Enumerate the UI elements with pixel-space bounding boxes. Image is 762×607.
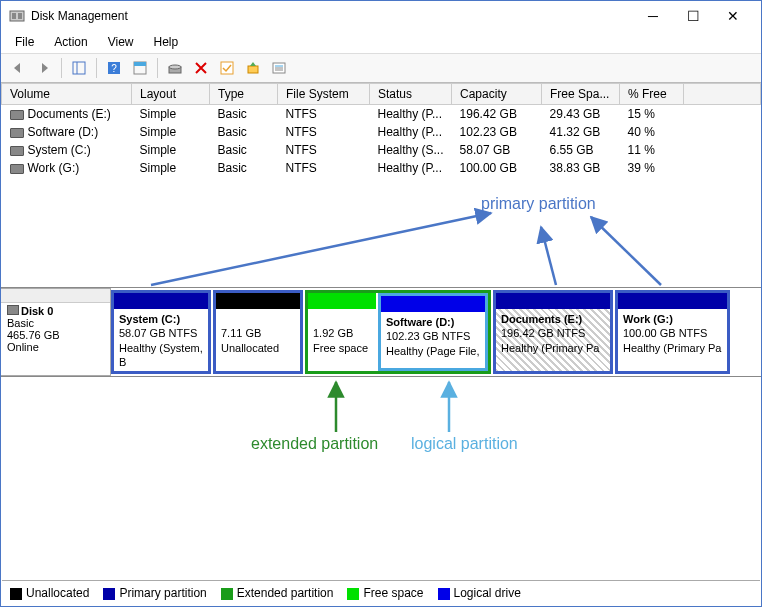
partition-free[interactable]: 1.92 GBFree space [308,293,376,371]
menu-action[interactable]: Action [44,33,97,51]
menu-help[interactable]: Help [144,33,189,51]
col-volume[interactable]: Volume [2,84,132,105]
maximize-button[interactable]: ☐ [673,2,713,30]
disk-status: Online [7,341,104,353]
forward-button[interactable] [33,57,55,79]
svg-text:?: ? [111,63,117,74]
disk-map: Disk 0 Basic 465.76 GB Online System (C:… [1,287,761,377]
titlebar: Disk Management ─ ☐ ✕ [1,1,761,31]
up-icon[interactable] [242,57,264,79]
show-hide-tree-icon[interactable] [68,57,90,79]
extended-partition-container: 1.92 GBFree space Software (D:)102.23 GB… [305,290,491,374]
menubar: File Action View Help [1,31,761,53]
window-title: Disk Management [31,9,633,23]
partition-unallocated[interactable]: 7.11 GBUnallocated [213,290,303,374]
annotation-area: primary partition [1,177,761,287]
svg-rect-11 [221,62,233,74]
properties-icon[interactable] [268,57,290,79]
svg-rect-3 [73,62,85,74]
col-capacity[interactable]: Capacity [452,84,542,105]
legend-extended: Extended partition [221,586,334,600]
table-row[interactable]: Documents (E:)SimpleBasicNTFSHealthy (P.… [2,105,761,124]
partition-software[interactable]: Software (D:)102.23 GB NTFSHealthy (Page… [378,293,488,371]
table-row[interactable]: Work (G:)SimpleBasicNTFSHealthy (P...100… [2,159,761,177]
legend-logical: Logical drive [438,586,521,600]
app-icon [9,8,25,24]
svg-rect-12 [248,66,258,73]
settings-top-icon[interactable] [129,57,151,79]
disk-icon[interactable] [164,57,186,79]
col-status[interactable]: Status [370,84,452,105]
disk-info[interactable]: Disk 0 Basic 465.76 GB Online [1,288,111,376]
table-row[interactable]: System (C:)SimpleBasicNTFSHealthy (S...5… [2,141,761,159]
close-button[interactable]: ✕ [713,2,753,30]
lower-annotation-area: extended partition logical partition [1,377,761,477]
volume-table[interactable]: Volume Layout Type File System Status Ca… [1,83,761,177]
svg-rect-2 [18,13,22,19]
partition-documents[interactable]: Documents (E:)196.42 GB NTFSHealthy (Pri… [493,290,613,374]
svg-point-10 [169,65,181,69]
partition-work[interactable]: Work (G:)100.00 GB NTFSHealthy (Primary … [615,290,730,374]
legend-unallocated: Unallocated [10,586,89,600]
svg-rect-1 [12,13,16,19]
col-fs[interactable]: File System [278,84,370,105]
disk-type: Basic [7,317,104,329]
disk-size: 465.76 GB [7,329,104,341]
separator [61,58,62,78]
disk-label: Disk 0 [7,305,104,317]
col-layout[interactable]: Layout [132,84,210,105]
col-type[interactable]: Type [210,84,278,105]
menu-file[interactable]: File [5,33,44,51]
legend-free: Free space [347,586,423,600]
col-empty [684,84,761,105]
table-row[interactable]: Software (D:)SimpleBasicNTFSHealthy (P..… [2,123,761,141]
col-pctfree[interactable]: % Free [620,84,684,105]
svg-rect-8 [134,62,146,66]
annotation-primary: primary partition [481,195,596,213]
separator [96,58,97,78]
minimize-button[interactable]: ─ [633,2,673,30]
toolbar: ? [1,53,761,83]
annotation-extended: extended partition [251,435,378,453]
delete-icon[interactable] [190,57,212,79]
legend: Unallocated Primary partition Extended p… [2,580,760,605]
annotation-logical: logical partition [411,435,518,453]
svg-line-18 [541,227,556,285]
legend-primary: Primary partition [103,586,206,600]
back-button[interactable] [7,57,29,79]
help-icon[interactable]: ? [103,57,125,79]
col-free[interactable]: Free Spa... [542,84,620,105]
svg-line-17 [151,213,491,285]
partition-system[interactable]: System (C:)58.07 GB NTFSHealthy (System,… [111,290,211,374]
svg-line-19 [591,217,661,285]
check-icon[interactable] [216,57,238,79]
separator [157,58,158,78]
menu-view[interactable]: View [98,33,144,51]
